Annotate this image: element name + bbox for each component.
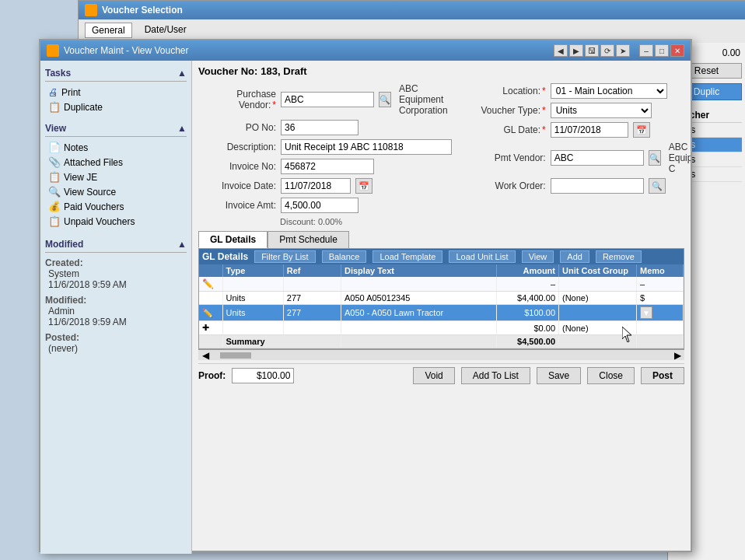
- location-row: Location: 01 - Main Location 02 - Wareho…: [468, 83, 691, 99]
- invoice-date-label: Invoice Date:: [198, 180, 276, 191]
- load-template-button[interactable]: Load Template: [372, 250, 442, 263]
- bottom-bar: Proof: Void Add To List Save Close Post: [198, 363, 684, 384]
- add-button[interactable]: Add: [560, 250, 589, 263]
- posted-label: Posted:: [45, 332, 187, 343]
- pmt-vendor-search-button[interactable]: 🔍: [649, 150, 661, 166]
- dialog-title-text: Voucher Maint - View Voucher: [64, 45, 189, 56]
- work-order-search-button[interactable]: 🔍: [649, 178, 666, 194]
- sidebar-item-view-source[interactable]: 🔍 View Source: [45, 184, 187, 199]
- form-left-col: Purchase Vendor: 🔍 ABC Equipment Corpora…: [198, 83, 453, 226]
- form-two-col: Purchase Vendor: 🔍 ABC Equipment Corpora…: [198, 83, 684, 226]
- gl-date-input[interactable]: [551, 122, 628, 138]
- row1-amount: $4,400.00: [497, 292, 559, 305]
- ref-input-cell[interactable]: [283, 277, 341, 292]
- row3-memo: [637, 321, 684, 335]
- type-filter-input[interactable]: [226, 279, 280, 289]
- tab-pmt-schedule[interactable]: Pmt Schedule: [268, 231, 349, 248]
- view-collapse[interactable]: ▲: [177, 123, 187, 134]
- display-filter-input[interactable]: [345, 279, 493, 289]
- je-icon: 📋: [48, 171, 61, 183]
- horizontal-scrollbar[interactable]: ◀ ▶: [198, 349, 684, 360]
- view-section-title: View ▲: [45, 121, 187, 137]
- voucher-header: Voucher No: 183, Draft: [198, 65, 684, 77]
- row1-display-text: A050 A05012345: [341, 292, 497, 305]
- toolbar-icon3[interactable]: ➤: [616, 44, 630, 57]
- row-icon-cell: ✏️: [199, 277, 222, 292]
- scroll-thumb[interactable]: [220, 352, 251, 359]
- row3-add-icon: ✚: [199, 321, 222, 335]
- scroll-track[interactable]: [212, 352, 670, 359]
- tasks-collapse[interactable]: ▲: [177, 68, 187, 79]
- maximize-button[interactable]: □: [655, 44, 669, 57]
- load-unit-list-button[interactable]: Load Unit List: [449, 250, 515, 263]
- sidebar-item-notes[interactable]: 📄 Notes: [45, 140, 187, 155]
- nav-back-button[interactable]: ◀: [554, 44, 568, 57]
- cost-group-filter-input[interactable]: [562, 279, 633, 289]
- remove-button[interactable]: Remove: [596, 250, 642, 263]
- modified-collapse[interactable]: ▲: [177, 239, 187, 250]
- ref-filter-input[interactable]: [287, 279, 338, 289]
- vendor-search-button[interactable]: 🔍: [379, 92, 391, 107]
- balance-button[interactable]: Balance: [322, 250, 367, 263]
- row1-ref: 277: [283, 292, 341, 305]
- row1-cost-group: (None): [559, 292, 637, 305]
- description-label: Description:: [198, 142, 276, 152]
- post-button[interactable]: Post: [641, 367, 684, 384]
- tab-gl-details[interactable]: GL Details: [198, 231, 268, 248]
- invoice-date-input[interactable]: [281, 178, 351, 194]
- sidebar-item-print[interactable]: 🖨 Print: [45, 85, 187, 100]
- void-button[interactable]: Void: [413, 367, 454, 384]
- view-button[interactable]: View: [522, 250, 554, 263]
- type-input-cell[interactable]: [222, 277, 283, 292]
- sidebar-item-duplicate[interactable]: 📋 Duplicate: [45, 100, 187, 114]
- main-area: Voucher No: 183, Draft Purchase Vendor: …: [192, 61, 691, 554]
- po-no-input[interactable]: [281, 120, 359, 135]
- row3-display-text: [341, 321, 497, 335]
- location-select[interactable]: 01 - Main Location 02 - Warehouse 03 - R…: [551, 83, 667, 99]
- add-to-list-button[interactable]: Add To List: [461, 367, 530, 384]
- table-row[interactable]: Units 277 A050 A05012345 $4,400.00 (None…: [199, 292, 684, 305]
- sidebar-item-unpaid-vouchers[interactable]: 📋 Unpaid Vouchers: [45, 214, 187, 229]
- close-button[interactable]: ✕: [670, 44, 684, 57]
- row2-cost-group: [559, 305, 637, 321]
- toolbar-icon2[interactable]: ⟳: [600, 44, 614, 57]
- close-dialog-button[interactable]: Close: [587, 367, 635, 384]
- invoice-no-input[interactable]: [281, 159, 374, 174]
- work-order-label: Work Order:: [468, 180, 546, 191]
- sidebar-item-paid-vouchers[interactable]: 💰 Paid Vouchers: [45, 199, 187, 214]
- scroll-left-button[interactable]: ◀: [198, 350, 212, 361]
- description-input[interactable]: [281, 139, 452, 155]
- gl-table-container: GL Details Filter By List Balance Load T…: [198, 248, 684, 349]
- voucher-type-select[interactable]: Units Parts Service General: [551, 103, 652, 118]
- table-row[interactable]: ✏️ Units 277 A050 - A050 Lawn Tractor $1…: [199, 305, 684, 321]
- vs-tab-general[interactable]: General: [85, 23, 132, 38]
- pmt-vendor-input[interactable]: [551, 150, 644, 166]
- toolbar-icon1[interactable]: 🖫: [585, 44, 599, 57]
- sidebar-item-attached-files[interactable]: 📎 Attached Files: [45, 155, 187, 170]
- main-dialog: Voucher Maint - View Voucher ◀ ▶ 🖫 ⟳ ➤ –…: [39, 39, 692, 552]
- sidebar-item-view-je[interactable]: 📋 View JE: [45, 170, 187, 184]
- cost-group-input-cell[interactable]: [559, 277, 637, 292]
- row2-dropdown-button[interactable]: ▼: [640, 306, 652, 319]
- proof-input[interactable]: [232, 368, 294, 383]
- sidebar: Tasks ▲ 🖨 Print 📋 Duplicate View ▲ 📄 Not…: [40, 61, 192, 554]
- gl-date-row: GL Date: 📅: [468, 122, 691, 138]
- unpaid-icon: 📋: [48, 215, 61, 227]
- invoice-amt-input[interactable]: [281, 198, 359, 213]
- minimize-button[interactable]: –: [639, 44, 653, 57]
- table-row-new[interactable]: ✚ $0.00 (None): [199, 321, 684, 335]
- source-icon: 🔍: [48, 186, 61, 198]
- nav-fwd-button[interactable]: ▶: [569, 44, 583, 57]
- save-button[interactable]: Save: [537, 367, 581, 384]
- work-order-input[interactable]: [551, 178, 644, 194]
- display-text-input-cell[interactable]: [341, 277, 497, 292]
- scroll-right-button[interactable]: ▶: [670, 350, 684, 361]
- filter-by-list-button[interactable]: Filter By List: [254, 250, 316, 263]
- invoice-date-picker-button[interactable]: 📅: [355, 178, 372, 194]
- po-no-label: PO No:: [198, 122, 276, 133]
- purchase-vendor-input[interactable]: [281, 92, 374, 107]
- gl-date-picker-button[interactable]: 📅: [633, 122, 650, 138]
- invoice-amt-label: Invoice Amt:: [198, 200, 276, 211]
- vs-tab-dateuser[interactable]: Date/User: [138, 23, 193, 38]
- row2-cost-group-input[interactable]: [562, 308, 633, 317]
